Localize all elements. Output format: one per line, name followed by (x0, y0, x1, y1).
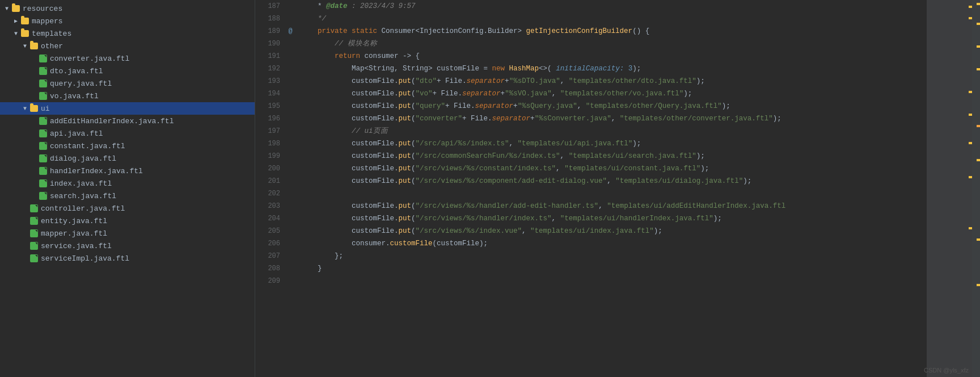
scrollbar-marker (977, 159, 980, 161)
ftl-file-icon (39, 166, 48, 175)
sidebar-item-label: index.java.ftl (50, 179, 112, 188)
code-line-202 (301, 187, 927, 200)
ftl-file-icon (39, 129, 48, 138)
gutter-cell (285, 187, 296, 200)
sidebar-item-label: resources (23, 5, 62, 13)
sidebar-item-service[interactable]: ▶ service.java.ftl (0, 240, 255, 252)
sidebar-item-label: addEditHandlerIndex.java.ftl (50, 117, 174, 125)
sidebar-item-label: templates (32, 30, 71, 38)
gutter-cell-marker: @ (285, 25, 296, 37)
sidebar-item-label: vo.java.ftl (50, 92, 99, 100)
minimap-viewport (927, 0, 972, 377)
sidebar-item-vo[interactable]: ▶ vo.java.ftl (0, 90, 255, 102)
expand-arrow: ▼ (20, 41, 29, 51)
expand-arrow: ▼ (11, 29, 20, 38)
sidebar-item-label: constant.java.ftl (50, 142, 125, 150)
sidebar-item-addEditHandlerIndex[interactable]: ▶ addEditHandlerIndex.java.ftl (0, 115, 255, 127)
code-line-209 (301, 275, 927, 287)
code-line-201: customFile.put("/src/views/%s/component/… (301, 175, 927, 187)
gutter-cell (285, 237, 296, 250)
sidebar-item-resources[interactable]: ▼ resources (0, 2, 255, 15)
sidebar-item-controller[interactable]: ▶ controller.java.ftl (0, 202, 255, 215)
sidebar-item-index[interactable]: ▶ index.java.ftl (0, 177, 255, 190)
folder-icon (20, 16, 29, 26)
ftl-file-icon (39, 91, 48, 100)
code-line-195: customFile.put("query"+ File.separator+"… (301, 100, 927, 112)
sidebar-item-label: search.java.ftl (50, 192, 116, 200)
ftl-file-icon (39, 154, 48, 163)
sidebar-item-label: entity.java.ftl (41, 217, 107, 225)
expand-arrow: ▼ (2, 4, 11, 13)
sidebar-item-constant[interactable]: ▶ constant.java.ftl (0, 140, 255, 152)
gutter-cell (285, 50, 296, 62)
gutter-cell (285, 0, 296, 12)
ftl-file-icon (39, 79, 48, 88)
ftl-file-icon (29, 204, 39, 213)
sidebar-item-label: dialog.java.ftl (50, 154, 116, 163)
folder-icon (29, 104, 39, 113)
code-line-196: customFile.put("converter"+ File.separat… (301, 112, 927, 125)
code-line-199: customFile.put("/src/commonSearchFun/%s/… (301, 150, 927, 162)
expand-arrow: ▼ (20, 104, 29, 113)
sidebar-item-templates[interactable]: ▼ templates (0, 27, 255, 40)
sidebar-item-label: mappers (32, 17, 63, 26)
scrollbar-marker (977, 68, 980, 70)
folder-icon (29, 41, 39, 51)
ftl-file-icon (29, 254, 39, 263)
scrollbar-marker (977, 125, 980, 127)
sidebar-item-label: converter.java.ftl (50, 55, 129, 63)
gutter-cell (285, 62, 296, 75)
gutter-cell (285, 125, 296, 137)
sidebar-item-dto[interactable]: ▶ dto.java.ftl (0, 65, 255, 77)
sidebar-item-converter[interactable]: ▶ converter.java.ftl (0, 52, 255, 65)
sidebar-item-ui[interactable]: ▼ ui (0, 102, 255, 115)
gutter-cell (285, 100, 296, 112)
sidebar-item-entity[interactable]: ▶ entity.java.ftl (0, 215, 255, 227)
gutter-cell (285, 262, 296, 275)
code-line-191: return consumer -> { (301, 50, 927, 62)
sidebar-item-handlerIndex[interactable]: ▶ handlerIndex.java.ftl (0, 165, 255, 177)
editor-gutter: @ (285, 0, 296, 377)
gutter-cell (285, 275, 296, 287)
code-lines[interactable]: * @date : 2023/4/3 9:57 */ private stati… (296, 0, 927, 377)
sidebar-item-label: api.java.ftl (50, 129, 103, 138)
ftl-file-icon (39, 54, 48, 63)
sidebar-item-query[interactable]: ▶ query.java.ftl (0, 77, 255, 90)
sidebar-item-mapper[interactable]: ▶ mapper.java.ftl (0, 227, 255, 240)
sidebar-item-label: mapper.java.ftl (41, 229, 107, 238)
code-line-190: // 模块名称 (301, 37, 927, 50)
scrollbar-track[interactable] (972, 0, 980, 377)
code-line-197: // ui页面 (301, 125, 927, 137)
gutter-cell (285, 12, 296, 25)
code-line-192: Map<String, String> customFile = new Has… (301, 62, 927, 75)
scrollbar-marker (977, 284, 980, 286)
scrollbar-marker (977, 45, 980, 48)
code-editor: 187 188 189 190 191 192 193 194 195 196 … (255, 0, 980, 377)
expand-arrow: ▶ (11, 16, 20, 26)
code-line-198: customFile.put("/src/api/%s/index.ts", "… (301, 137, 927, 150)
folder-icon (11, 4, 20, 13)
sidebar-item-dialog[interactable]: ▶ dialog.java.ftl (0, 152, 255, 165)
sidebar-item-search[interactable]: ▶ search.java.ftl (0, 190, 255, 202)
code-line-208: } (301, 262, 927, 275)
gutter-cell (285, 225, 296, 237)
scrollbar-marker (977, 3, 980, 5)
gutter-cell (285, 87, 296, 100)
sidebar-item-serviceImpl[interactable]: ▶ serviceImpl.java.ftl (0, 252, 255, 265)
gutter-cell (285, 112, 296, 125)
sidebar-item-other[interactable]: ▼ other (0, 40, 255, 52)
code-line-188: */ (301, 12, 927, 25)
code-line-187: * @date : 2023/4/3 9:57 (301, 0, 927, 12)
code-line-200: customFile.put("/src/views/%s/constant/i… (301, 162, 927, 175)
ftl-file-icon (29, 241, 39, 250)
gutter-cell (285, 162, 296, 175)
sidebar-item-mappers[interactable]: ▶ mappers (0, 15, 255, 27)
gutter-cell (285, 200, 296, 212)
gutter-cell (285, 75, 296, 87)
minimap (927, 0, 972, 377)
sidebar-item-label: serviceImpl.java.ftl (41, 254, 129, 263)
code-line-189: private static Consumer<InjectionConfig.… (301, 25, 927, 37)
ftl-file-icon (39, 116, 48, 125)
sidebar-item-api[interactable]: ▶ api.java.ftl (0, 127, 255, 140)
ftl-file-icon (29, 229, 39, 238)
